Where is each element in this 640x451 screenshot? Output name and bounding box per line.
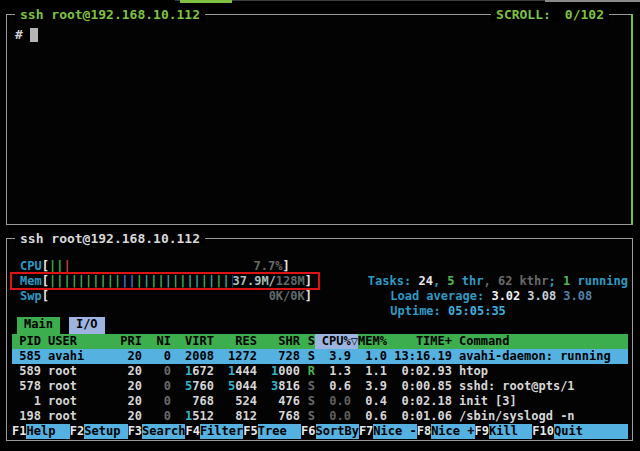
fkey-action-label: Filter xyxy=(200,424,243,439)
fkey-action-label: Nice - xyxy=(373,424,416,439)
process-row[interactable]: 1root200768524476S0.00.40:02.18init [3] xyxy=(12,394,628,409)
mem-used-value: 37.9M/ xyxy=(233,274,276,289)
fkey-nice-[interactable]: F7Nice - xyxy=(359,424,417,439)
swp-meter: Swp[0K/0K] xyxy=(12,289,312,304)
header-res[interactable]: RES xyxy=(214,334,257,349)
fkey-tree[interactable]: F5Tree xyxy=(243,424,301,439)
mem-meter: Mem[||||||||||||||||||||||||||37.9M/128M… xyxy=(12,274,312,289)
fkey-help[interactable]: F1Help xyxy=(12,424,70,439)
fkey-action-label: Kill xyxy=(489,424,532,439)
fkey-action-label: Tree xyxy=(258,424,301,439)
process-row[interactable]: 578root200576050443816S0.63.90:00.85sshd… xyxy=(12,379,628,394)
process-table-header: PID USER PRI NI VIRT RES SHR S CPU%▽ MEM… xyxy=(12,334,628,349)
swp-meter-row: Swp[0K/0K] Uptime: 05:05:35 xyxy=(12,289,628,304)
fkey-kill[interactable]: F9Kill xyxy=(475,424,533,439)
pane-top-ssh[interactable]: ssh root@192.168.10.112 SCROLL:0/102 # xyxy=(6,14,633,225)
swp-meter-label: Swp xyxy=(20,289,42,304)
scroll-value: 0/102 xyxy=(565,7,604,22)
tab-main[interactable]: Main xyxy=(17,317,60,334)
fkey-key-label: F9 xyxy=(475,424,489,439)
header-pid[interactable]: PID xyxy=(12,334,41,349)
uptime-line: Uptime: 05:05:35 xyxy=(318,289,506,304)
fkey-action-label: Help xyxy=(26,424,69,439)
fkey-key-label: F10 xyxy=(532,424,554,439)
shell-prompt: # xyxy=(15,27,23,42)
fkey-nice-[interactable]: F8Nice + xyxy=(417,424,475,439)
swp-bracket-open: [ xyxy=(42,289,49,304)
cpu-meter-label: CPU xyxy=(20,259,42,274)
function-key-bar: F1Help F2Setup F3SearchF4FilterF5Tree F6… xyxy=(12,424,628,439)
fkey-key-label: F6 xyxy=(301,424,315,439)
pane-bottom-title: ssh root@192.168.10.112 xyxy=(15,231,205,246)
swp-meter-value: 0K/0K xyxy=(269,289,305,304)
htop-app: CPU[|||7.7%] Tasks: 24, 5 thr, 62 kthr; … xyxy=(12,259,628,439)
header-mem[interactable]: MEM% xyxy=(358,334,387,349)
cpu-bracket-open: [ xyxy=(42,259,49,274)
cpu-bracket-close: ] xyxy=(282,259,289,274)
fkey-action-label: SortBy xyxy=(316,424,359,439)
mem-total-value: 128M xyxy=(276,274,305,289)
screen: ssh root@192.168.10.112 SCROLL:0/102 # s… xyxy=(0,0,640,451)
fkey-key-label: F2 xyxy=(70,424,84,439)
mem-bracket-close: ] xyxy=(305,274,312,289)
cpu-meter-row: CPU[|||7.7%] Tasks: 24, 5 thr, 62 kthr; … xyxy=(12,259,628,274)
tasks-line: Tasks: 24, 5 thr, 62 kthr; 1 running xyxy=(296,259,628,274)
load-average-line: Load average: 3.023.083.08 xyxy=(318,274,592,289)
fkey-sortby[interactable]: F6SortBy xyxy=(301,424,359,439)
fkey-filter[interactable]: F4Filter xyxy=(185,424,243,439)
fkey-quit[interactable]: F10Quit xyxy=(532,424,628,439)
fkey-key-label: F7 xyxy=(359,424,373,439)
header-virt[interactable]: VIRT xyxy=(171,334,214,349)
htop-tabs: Main I/O xyxy=(12,317,628,334)
fkey-key-label: F1 xyxy=(12,424,26,439)
header-time[interactable]: TIME+ xyxy=(387,334,452,349)
scroll-label: SCROLL: xyxy=(496,7,551,22)
pane-top-title: ssh root@192.168.10.112 xyxy=(15,7,205,22)
process-row[interactable]: 589root200167214441000R1.31.10:02.93htop xyxy=(12,364,628,379)
header-command[interactable]: Command xyxy=(452,334,628,349)
header-cpu-label: CPU% xyxy=(322,334,351,348)
mem-meter-bars: |||||||||||||||||||||||||| xyxy=(49,274,233,289)
fkey-key-label: F3 xyxy=(128,424,142,439)
mem-bracket-open: [ xyxy=(42,274,49,289)
swp-bracket-close: ] xyxy=(305,289,312,304)
header-cpu-sorted[interactable]: CPU%▽ xyxy=(315,334,358,349)
fkey-setup[interactable]: F2Setup xyxy=(70,424,128,439)
cpu-meter-bars: ||| xyxy=(49,259,254,274)
fkey-action-label: Search xyxy=(142,424,185,439)
fkey-action-label: Nice + xyxy=(431,424,474,439)
cursor-block xyxy=(30,28,38,42)
header-pri[interactable]: PRI xyxy=(113,334,142,349)
screen-top-gray-segment xyxy=(545,0,640,2)
cpu-meter: CPU[|||7.7%] xyxy=(12,259,290,274)
fkey-key-label: F8 xyxy=(417,424,431,439)
fkey-action-label: Quit xyxy=(554,424,628,439)
header-ni[interactable]: NI xyxy=(142,334,171,349)
process-row[interactable]: 585avahi20020081272728S3.91.013:16.19ava… xyxy=(12,349,628,364)
process-table-body: 585avahi20020081272728S3.91.013:16.19ava… xyxy=(12,349,628,424)
fkey-key-label: F4 xyxy=(185,424,199,439)
mem-meter-row: Mem[||||||||||||||||||||||||||37.9M/128M… xyxy=(12,274,628,289)
header-user[interactable]: USER xyxy=(41,334,113,349)
fkey-key-label: F5 xyxy=(243,424,257,439)
fkey-action-label: Setup xyxy=(84,424,127,439)
cpu-meter-value: 7.7% xyxy=(253,259,282,274)
pane-bottom-ssh-htop[interactable]: ssh root@192.168.10.112 CPU[|||7.7%] Tas… xyxy=(6,238,633,441)
tab-io[interactable]: I/O xyxy=(69,317,105,334)
spacer-row xyxy=(12,304,628,317)
shell-prompt-line[interactable]: # xyxy=(15,27,38,42)
scroll-indicator: SCROLL:0/102 xyxy=(491,7,609,22)
mem-meter-label: Mem xyxy=(20,274,42,289)
header-state[interactable]: S xyxy=(300,334,315,349)
process-row[interactable]: 198root2001512812768S0.00.60:01.06/sbin/… xyxy=(12,409,628,424)
fkey-search[interactable]: F3Search xyxy=(128,424,186,439)
screen-top-green-segment xyxy=(180,0,232,3)
swp-meter-bars xyxy=(49,289,269,304)
header-shr[interactable]: SHR xyxy=(257,334,300,349)
sort-down-icon: ▽ xyxy=(351,334,358,348)
